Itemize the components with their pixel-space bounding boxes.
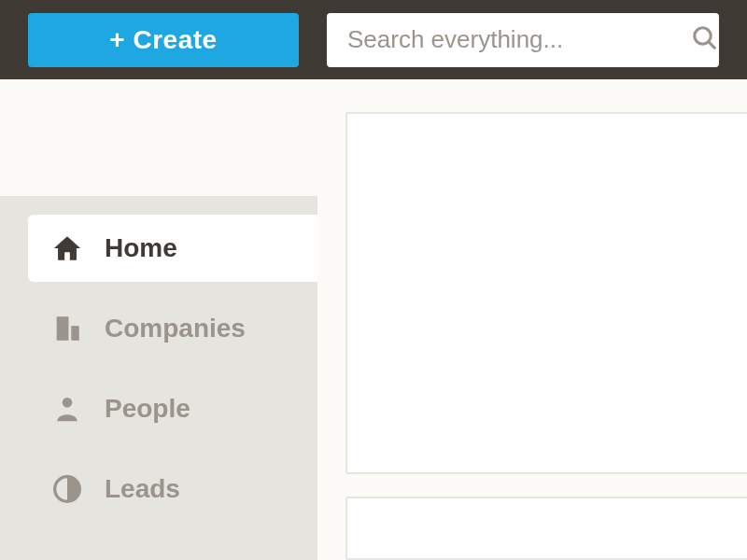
search-input[interactable] — [327, 13, 719, 67]
home-icon — [50, 232, 84, 264]
sidebar-nav: Home Companies People — [0, 196, 317, 560]
svg-rect-2 — [57, 316, 69, 341]
svg-point-4 — [63, 398, 73, 408]
svg-line-1 — [709, 41, 716, 49]
sidebar-item-label: People — [105, 394, 190, 424]
sidebar: Home Companies People — [0, 79, 317, 560]
leads-icon — [50, 474, 84, 504]
content-card — [345, 112, 747, 474]
main-content — [317, 79, 747, 560]
sidebar-item-companies[interactable]: Companies — [28, 295, 317, 362]
content-card — [345, 497, 747, 560]
sidebar-item-leads[interactable]: Leads — [28, 455, 317, 523]
svg-rect-3 — [71, 326, 79, 341]
sidebar-item-label: Leads — [105, 474, 180, 504]
sidebar-item-people[interactable]: People — [28, 375, 317, 442]
create-button[interactable]: + Create — [28, 13, 299, 67]
search-icon — [691, 24, 719, 56]
search-wrapper — [327, 13, 719, 67]
sidebar-item-label: Home — [105, 233, 177, 263]
layout: Home Companies People — [0, 79, 747, 560]
sidebar-item-home[interactable]: Home — [28, 215, 317, 282]
topbar: + Create — [0, 0, 747, 79]
sidebar-item-label: Companies — [105, 314, 246, 343]
svg-point-0 — [695, 27, 712, 44]
people-icon — [50, 394, 84, 424]
companies-icon — [50, 313, 84, 344]
sidebar-spacer — [0, 79, 317, 196]
